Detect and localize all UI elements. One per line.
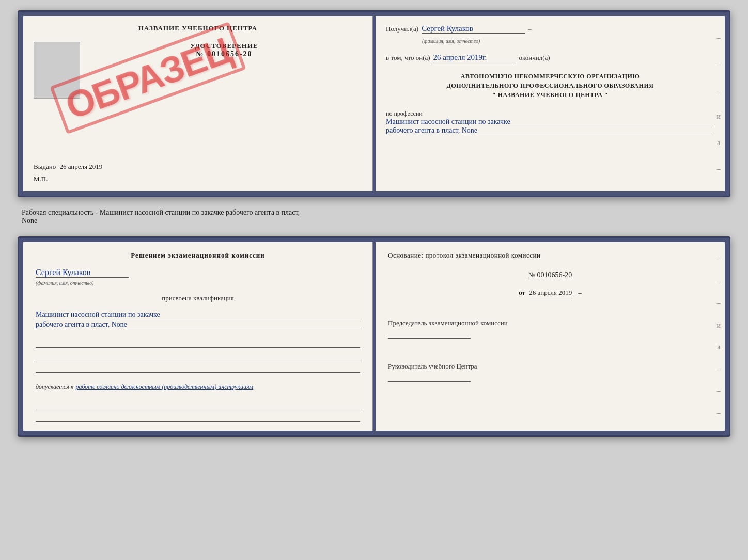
blank-line-1 [36,339,360,348]
org-line1: АВТОНОМНУЮ НЕКОММЕРЧЕСКУЮ ОРГАНИЗАЦИЮ [386,72,714,81]
protocol-date-dash: – [578,289,582,296]
person-name: Сергей Кулаков [36,268,129,278]
name-hint-bottom: (фамилия, имя, отчество) [36,280,93,286]
blank-line-2 [36,351,360,360]
center-head-label: Руководитель учебного Центра [388,362,712,371]
completed-date: 26 апреля 2019г. [433,53,516,62]
commission-head-line [388,329,471,339]
bottom-right-edge-dashes: – – – и а – – – [717,242,721,431]
cert-mp: М.П. [34,175,362,183]
bottom-left-page: Решением экзаменационной комиссии Сергей… [23,242,373,431]
center-head-block: Руководитель учебного Центра [388,356,712,382]
qual-block: Машинист насосной станции по закачке раб… [36,310,360,329]
bottom-blank-1 [36,400,360,409]
protocol-number: № 0010656-20 [388,271,712,279]
issued-label: Выдано [34,163,56,170]
commission-head-label: Председатель экзаменационной комиссии [388,319,712,327]
profession-line1: Машинист насосной станции по закачке [386,118,714,126]
center-head-line [388,373,471,382]
profession-label: по профессии [386,110,714,118]
cert-issue: Выдано 26 апреля 2019 [34,163,362,171]
protocol-date-block: от 26 апреля 2019 – [388,287,712,298]
bottom-document-spread: Решением экзаменационной комиссии Сергей… [18,236,730,437]
right-edge-dashes: – – – и а – [717,16,721,191]
cert-doc-number: № 0010656-20 [86,50,362,58]
name-hint-top: (фамилия, имя, отчество) [422,38,480,44]
person-name-block: Сергей Кулаков (фамилия, имя, отчество) [36,268,360,287]
completed-suffix: окончил(а) [519,54,550,62]
commission-head-block: Председатель экзаменационной комиссии [388,313,712,339]
middle-text-area: Рабочая специальность - Машинист насосно… [18,206,730,227]
protocol-number-block: № 0010656-20 [388,271,712,279]
commission-title: Решением экзаменационной комиссии [36,251,360,260]
blank-line-3 [36,363,360,373]
basis-title: Основание: протокол экзаменационной коми… [388,251,712,260]
cert-doc-label: УДОСТОВЕРЕНИЕ [86,42,362,50]
protocol-date: 26 апреля 2019 [529,289,572,298]
top-document-spread: НАЗВАНИЕ УЧЕБНОГО ЦЕНТРА УДОСТОВЕРЕНИЕ №… [18,10,730,197]
profession-line2: рабочего агента в пласт, None [386,126,714,135]
issued-date: 26 апреля 2019 [60,163,103,170]
received-name: Сергей Кулаков [422,24,525,34]
received-label: Получил(а) [386,25,418,33]
allowed-text: работе согласно должностным (производств… [75,383,253,391]
org-line3: " НАЗВАНИЕ УЧЕБНОГО ЦЕНТРА " [386,90,714,100]
middle-text-line2: None [22,217,37,225]
qualification-label: присвоена квалификация [36,294,360,302]
cert-right-page: Получил(а) Сергей Кулаков – (фамилия, им… [376,16,725,191]
bottom-blank-2 [36,412,360,422]
allowed-label: допускается к [36,383,73,391]
cert-school-title: НАЗВАНИЕ УЧЕБНОГО ЦЕНТРА [138,24,258,33]
org-block: АВТОНОМНУЮ НЕКОММЕРЧЕСКУЮ ОРГАНИЗАЦИЮ ДО… [386,72,714,100]
completed-prefix: в том, что он(а) [386,54,430,62]
middle-text-line1: Рабочая специальность - Машинист насосно… [22,209,300,216]
qual-line2: рабочего агента в пласт, None [36,321,360,329]
received-row: Получил(а) Сергей Кулаков – [386,24,714,34]
cert-photo-placeholder [34,42,80,99]
bottom-right-page: Основание: протокол экзаменационной коми… [376,242,725,431]
profession-block: по профессии Машинист насосной станции п… [386,110,714,135]
blank-lines-block [36,339,360,373]
completed-row: в том, что он(а) 26 апреля 2019г. окончи… [386,53,714,62]
cert-left-page: НАЗВАНИЕ УЧЕБНОГО ЦЕНТРА УДОСТОВЕРЕНИЕ №… [23,16,373,191]
allowed-row: допускается к работе согласно должностны… [36,383,360,391]
protocol-date-prefix: от [519,289,525,296]
bottom-blank-lines [36,400,360,422]
qual-line1: Машинист насосной станции по закачке [36,311,360,319]
org-line2: ДОПОЛНИТЕЛЬНОГО ПРОФЕССИОНАЛЬНОГО ОБРАЗО… [386,81,714,90]
